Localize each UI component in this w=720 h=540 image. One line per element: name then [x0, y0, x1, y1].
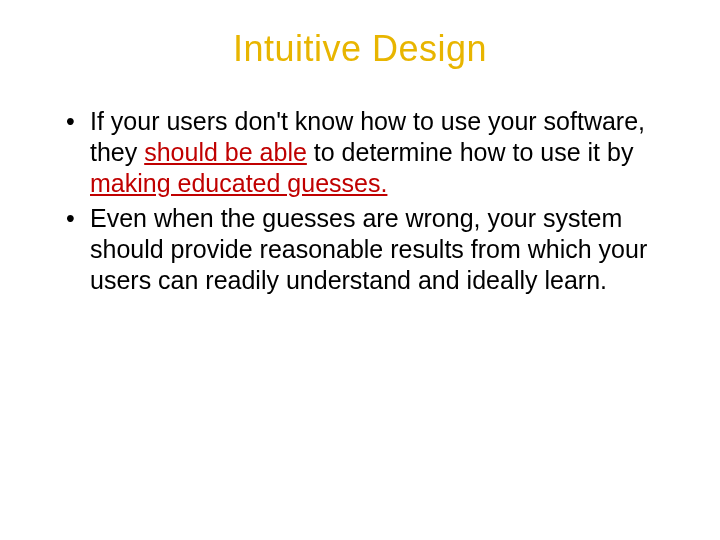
slide: Intuitive Design If your users don't kno… [0, 0, 720, 540]
bullet-emphasis: should be able [144, 138, 307, 166]
bullet-text: Even when the guesses are wrong, your sy… [90, 204, 647, 294]
bullet-list: If your users don't know how to use your… [60, 106, 668, 296]
slide-title: Intuitive Design [52, 28, 668, 70]
list-item: Even when the guesses are wrong, your sy… [60, 203, 668, 296]
bullet-emphasis: making educated guesses. [90, 169, 387, 197]
bullet-text: to determine how to use it by [307, 138, 634, 166]
list-item: If your users don't know how to use your… [60, 106, 668, 199]
